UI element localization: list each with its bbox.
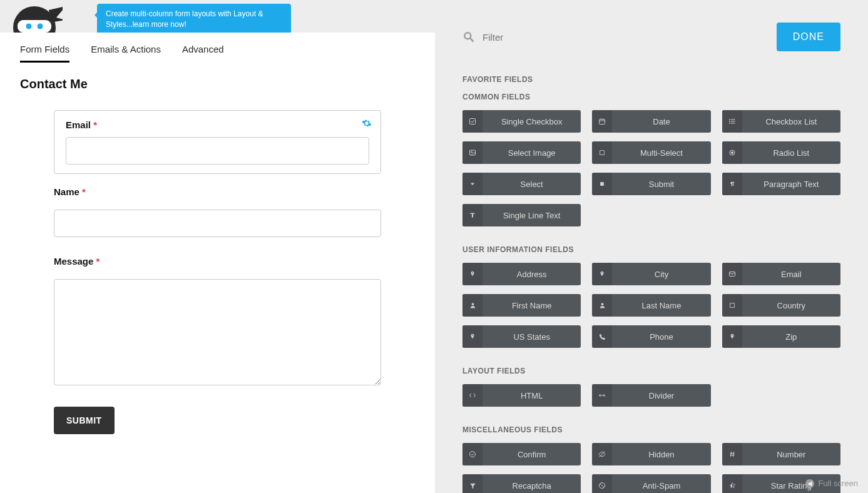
message-input[interactable] — [54, 279, 381, 385]
field-email-card[interactable]: Email * — [54, 110, 381, 174]
phone-icon — [592, 325, 612, 348]
name-input[interactable] — [54, 210, 381, 237]
svg-point-4 — [464, 33, 471, 39]
svg-rect-7 — [600, 119, 605, 125]
field-anti-spam[interactable]: Anti-Spam — [592, 474, 710, 493]
misc-fields-grid: ConfirmHiddenNumberRecaptchaAnti-SpamSta… — [462, 443, 840, 493]
chip-label: City — [612, 263, 710, 285]
chip-label: Single Line Text — [483, 204, 581, 226]
field-single-line-text[interactable]: Single Line Text — [462, 204, 581, 226]
svg-rect-19 — [600, 151, 605, 155]
field-single-checkbox[interactable]: Single Checkbox — [462, 110, 581, 133]
chip-label: Confirm — [483, 443, 581, 465]
check-circle-icon — [462, 443, 483, 465]
tab-form-fields[interactable]: Form Fields — [20, 44, 69, 63]
search-icon — [462, 31, 475, 43]
svg-rect-27 — [730, 303, 734, 308]
field-email[interactable]: Email — [722, 263, 840, 285]
square-solid-icon — [592, 173, 612, 195]
svg-rect-1 — [18, 20, 51, 33]
layout-fields-grid: HTMLDivider — [462, 384, 840, 407]
chip-label: Date — [612, 110, 710, 133]
pin-icon — [462, 325, 483, 348]
code-icon — [462, 384, 483, 407]
builder-tabs: Form Fields Emails & Actions Advanced — [20, 44, 415, 63]
form-builder-panel: Form Fields Emails & Actions Advanced Co… — [0, 33, 435, 493]
eye-off-icon — [592, 443, 612, 465]
list-icon — [722, 110, 742, 133]
field-address[interactable]: Address — [462, 263, 581, 285]
section-layout-title: LAYOUT FIELDS — [462, 367, 840, 375]
section-favorite-title: FAVORITE FIELDS — [462, 75, 840, 84]
tab-advanced[interactable]: Advanced — [182, 44, 224, 63]
field-select[interactable]: Select — [462, 173, 581, 195]
star-half-icon — [722, 474, 742, 493]
promo-tooltip[interactable]: Create multi-column form layouts with La… — [97, 4, 291, 35]
field-palette-panel: DONE FAVORITE FIELDS COMMON FIELDS Singl… — [435, 0, 868, 493]
field-last-name[interactable]: Last Name — [592, 294, 710, 317]
chip-label: Number — [742, 443, 840, 465]
chip-label: Paragraph Text — [742, 173, 840, 195]
fullscreen-label: Full screen — [818, 479, 858, 488]
field-date[interactable]: Date — [592, 110, 710, 133]
field-phone[interactable]: Phone — [592, 325, 710, 348]
promo-text: Create multi-column form layouts with La… — [106, 9, 263, 29]
chip-label: Radio List — [742, 141, 840, 164]
email-input[interactable] — [66, 137, 369, 165]
svg-point-14 — [729, 119, 730, 120]
square-icon — [592, 141, 612, 164]
section-misc-title: MISCELLANEOUS FIELDS — [462, 425, 840, 434]
chip-label: Phone — [612, 325, 710, 348]
radio-icon — [722, 141, 742, 164]
field-number[interactable]: Number — [722, 443, 840, 465]
field-recaptcha[interactable]: Recaptcha — [462, 474, 581, 493]
filter-icon — [462, 474, 483, 493]
field-message[interactable]: Message * — [54, 256, 381, 388]
field-city[interactable]: City — [592, 263, 710, 285]
field-name[interactable]: Name * — [54, 186, 381, 237]
svg-point-2 — [26, 24, 32, 29]
field-divider[interactable]: Divider — [592, 384, 710, 407]
svg-line-37 — [600, 484, 604, 487]
pin-icon — [592, 263, 612, 285]
submit-button[interactable]: SUBMIT — [54, 407, 115, 434]
pin-icon — [462, 263, 483, 285]
gear-icon[interactable] — [362, 118, 372, 128]
svg-point-15 — [729, 121, 730, 122]
chip-label: Divider — [612, 384, 710, 407]
done-button[interactable]: DONE — [777, 23, 840, 51]
chip-label: Address — [483, 263, 581, 285]
filter-wrap — [462, 31, 764, 43]
arrows-h-icon — [592, 384, 612, 407]
field-hidden[interactable]: Hidden — [592, 443, 710, 465]
image-icon — [462, 141, 483, 164]
chip-label: Zip — [742, 325, 840, 348]
message-label: Message * — [54, 256, 381, 267]
field-checkbox-list[interactable]: Checkbox List — [722, 110, 840, 133]
field-first-name[interactable]: First Name — [462, 294, 581, 317]
field-confirm[interactable]: Confirm — [462, 443, 581, 465]
tab-emails-actions[interactable]: Emails & Actions — [91, 44, 161, 63]
svg-line-5 — [471, 39, 474, 42]
field-paragraph-text[interactable]: Paragraph Text — [722, 173, 840, 195]
pin-icon — [722, 325, 742, 348]
filter-input[interactable] — [483, 32, 608, 43]
field-country[interactable]: Country — [722, 294, 840, 317]
chip-label: Select Image — [483, 141, 581, 164]
svg-marker-22 — [471, 183, 474, 186]
section-user-title: USER INFORMATION FIELDS — [462, 245, 840, 254]
svg-point-18 — [471, 151, 472, 153]
form-title: Contact Me — [20, 77, 415, 91]
section-common-title: COMMON FIELDS — [462, 93, 840, 101]
field-select-image[interactable]: Select Image — [462, 141, 581, 164]
svg-point-29 — [470, 452, 476, 457]
field-zip[interactable]: Zip — [722, 325, 840, 348]
fullscreen-toggle[interactable]: ◀ Full screen — [805, 479, 858, 488]
svg-point-25 — [471, 303, 474, 305]
field-radio-list[interactable]: Radio List — [722, 141, 840, 164]
field-html[interactable]: HTML — [462, 384, 581, 407]
field-multi-select[interactable]: Multi-Select — [592, 141, 710, 164]
field-us-states[interactable]: US States — [462, 325, 581, 348]
field-submit[interactable]: Submit — [592, 173, 710, 195]
text-icon — [462, 204, 483, 226]
